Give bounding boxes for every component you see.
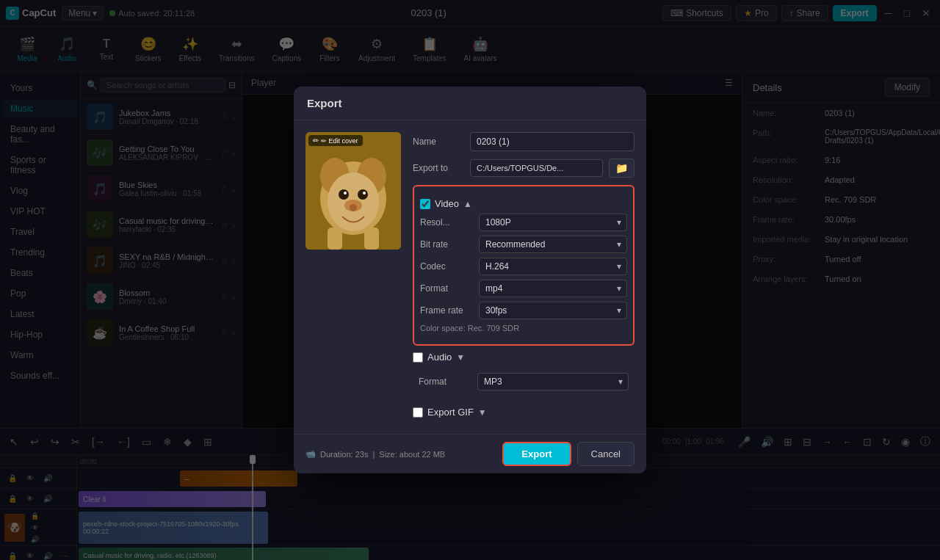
gif-section-label: Export GIF	[427, 407, 474, 418]
codec-select-wrapper: H.264H.265	[479, 258, 627, 275]
gif-section: Export GIF ▼	[413, 407, 634, 418]
folder-button[interactable]: 📁	[609, 159, 634, 178]
export-to-row: Export to 📁	[413, 159, 634, 178]
modal-title: Export	[307, 97, 342, 109]
framerate-row: Frame rate 24fps25fps30fps60fps	[420, 302, 627, 319]
codec-label: Codec	[420, 261, 479, 272]
audio-toggle-icon[interactable]: ▼	[456, 352, 465, 363]
export-modal: Export	[294, 87, 646, 473]
bitrate-select-wrapper: LowMediumRecommendedHigh	[479, 236, 627, 253]
modal-header: Export	[294, 87, 646, 120]
audio-format-label: Format	[419, 377, 477, 387]
name-form-label: Name	[413, 137, 464, 147]
modal-form: Name Export to 📁 Video ▲ Reso	[413, 132, 634, 422]
resolution-setting-label: Resol...	[420, 217, 479, 228]
edit-cover-button[interactable]: ✏ ✏ Edit cover	[308, 135, 363, 146]
cancel-modal-button[interactable]: Cancel	[577, 442, 634, 466]
audio-format-select[interactable]: MP3AACWAV	[477, 373, 629, 390]
modal-body: ✏ ✏ Edit cover Name Export to 📁	[294, 120, 646, 434]
video-checkbox[interactable]	[420, 199, 430, 209]
audio-section-label: Audio	[427, 352, 452, 363]
bitrate-row: Bit rate LowMediumRecommendedHigh	[420, 236, 627, 253]
footer-duration: Duration: 23s	[320, 450, 368, 459]
name-input[interactable]	[470, 132, 634, 151]
gif-checkbox[interactable]	[413, 407, 423, 418]
svg-point-21	[363, 192, 366, 194]
bitrate-select[interactable]: LowMediumRecommendedHigh	[479, 236, 627, 253]
format-select-wrapper: mp4movavi	[479, 280, 627, 297]
export-modal-button[interactable]: Export	[502, 442, 571, 466]
modal-footer: 📹 Duration: 23s | Size: about 22 MB Expo…	[294, 434, 646, 473]
footer-actions: Export Cancel	[502, 442, 634, 466]
codec-select[interactable]: H.264H.265	[479, 258, 627, 275]
svg-rect-24	[328, 228, 342, 250]
svg-point-23	[350, 204, 357, 211]
edit-icon: ✏	[313, 137, 319, 145]
video-section-header: Video ▲	[420, 198, 627, 209]
codec-row: Codec H.264H.265	[420, 258, 627, 275]
resolution-select[interactable]: 360P480P720P1080P2K4K	[479, 214, 627, 231]
svg-point-18	[339, 189, 349, 200]
framerate-select-wrapper: 24fps25fps30fps60fps	[479, 302, 627, 319]
video-file-icon: 📹	[306, 449, 316, 459]
svg-rect-25	[364, 228, 379, 250]
gif-toggle-icon[interactable]: ▼	[478, 407, 487, 418]
audio-format-wrapper: MP3AACWAV	[477, 373, 629, 390]
edit-cover-label: ✏ Edit cover	[321, 137, 358, 145]
footer-info: 📹 Duration: 23s | Size: about 22 MB	[306, 449, 445, 459]
resolution-select-wrapper: 360P480P720P1080P2K4K	[479, 214, 627, 231]
video-section: Video ▲ Resol... 360P480P720P1080P2K4K B…	[413, 185, 634, 346]
audio-settings: Format MP3AACWAV	[413, 367, 634, 401]
audio-section-header: Audio ▼	[413, 352, 634, 363]
preview-image: ✏ ✏ Edit cover	[306, 132, 401, 250]
modal-overlay: Export	[0, 0, 940, 560]
gif-section-header: Export GIF ▼	[413, 407, 634, 418]
format-row: Format mp4movavi	[420, 280, 627, 297]
export-to-label: Export to	[413, 163, 464, 173]
footer-size: Size: about 22 MB	[379, 450, 445, 459]
framerate-setting-label: Frame rate	[420, 305, 479, 316]
svg-point-20	[344, 192, 347, 194]
format-select[interactable]: mp4movavi	[479, 280, 627, 297]
video-section-label: Video	[435, 198, 459, 209]
name-row: Name	[413, 132, 634, 151]
audio-format-row: Format MP3AACWAV	[419, 373, 629, 390]
footer-separator: |	[372, 450, 375, 459]
color-space-display: Color space: Rec. 709 SDR	[420, 324, 627, 332]
audio-checkbox[interactable]	[413, 352, 423, 363]
resolution-row: Resol... 360P480P720P1080P2K4K	[420, 214, 627, 231]
framerate-select[interactable]: 24fps25fps30fps60fps	[479, 302, 627, 319]
svg-point-19	[358, 189, 368, 200]
format-label: Format	[420, 283, 479, 294]
video-toggle-icon[interactable]: ▲	[463, 199, 472, 209]
modal-preview: ✏ ✏ Edit cover	[306, 132, 401, 422]
audio-section: Audio ▼ Format MP3AACWAV	[413, 352, 634, 401]
bitrate-label: Bit rate	[420, 239, 479, 250]
export-path-input[interactable]	[470, 159, 603, 177]
